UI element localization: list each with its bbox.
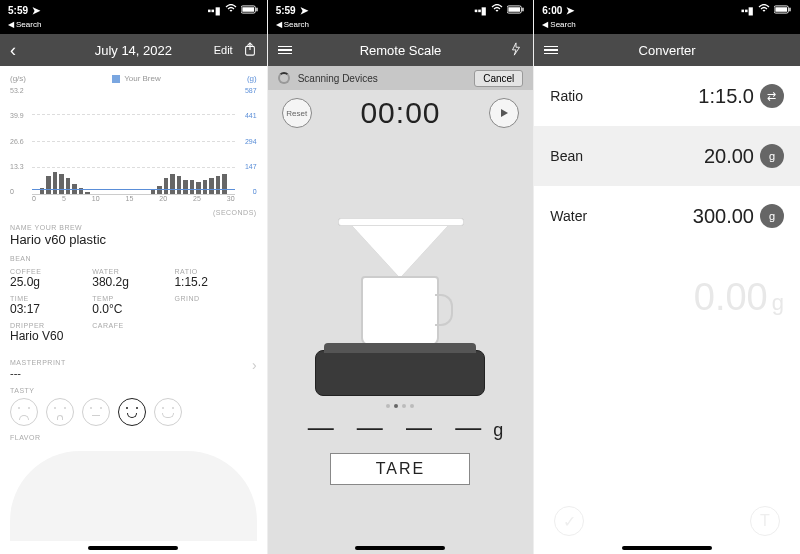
scanning-label: Scanning Devices	[298, 73, 378, 84]
chevron-right-icon: ›	[252, 357, 257, 373]
scanning-bar: Scanning Devices Cancel	[268, 66, 534, 90]
share-icon[interactable]	[243, 42, 257, 59]
time-value: 03:17	[10, 302, 92, 316]
edit-button[interactable]: Edit	[214, 44, 233, 56]
coffee-value: 25.0g	[10, 275, 92, 289]
status-back-search[interactable]: ◀Search	[534, 20, 800, 34]
statusbar: 6:00➤ ▪▪▮	[534, 0, 800, 20]
svg-rect-8	[775, 7, 787, 12]
scale-connect-icon[interactable]	[509, 42, 523, 59]
ratio-row[interactable]: Ratio 1:15.0⇄	[534, 66, 800, 126]
status-time: 5:59	[8, 5, 28, 16]
screen-remote-scale: 5:59➤ ▪▪▮ ◀Search Remote Scale Scanning …	[267, 0, 534, 554]
bar	[151, 190, 156, 194]
tasty-rating	[10, 398, 257, 426]
legend-label: Your Brew	[124, 74, 161, 83]
location-icon: ➤	[566, 5, 574, 16]
flavor-label: FLAVOR	[10, 434, 257, 441]
bar	[177, 176, 182, 194]
dripper-graphic	[345, 218, 455, 278]
face-3[interactable]	[82, 398, 110, 426]
back-button[interactable]: ‹	[10, 40, 16, 61]
cumulative-line	[32, 189, 235, 191]
bar	[222, 174, 227, 194]
bar	[66, 178, 71, 194]
bar	[59, 174, 64, 194]
bean-label: BEAN	[10, 255, 257, 262]
location-icon: ➤	[300, 5, 308, 16]
navbar: ‹ July 14, 2022 Edit	[0, 34, 267, 66]
status-icons: ▪▪▮	[474, 4, 525, 16]
bar	[164, 178, 169, 194]
play-button[interactable]	[489, 98, 519, 128]
navbar: Converter	[534, 34, 800, 66]
water-value: 380.2g	[92, 275, 174, 289]
timer-display: 00:00	[360, 96, 440, 130]
svg-rect-1	[242, 7, 254, 12]
nav-title: Remote Scale	[318, 43, 484, 58]
cup-graphic	[361, 276, 439, 346]
menu-button[interactable]	[278, 46, 292, 55]
bar	[216, 176, 221, 194]
status-time: 5:59	[276, 5, 296, 16]
bar	[190, 180, 195, 194]
home-indicator[interactable]	[622, 546, 712, 550]
water-row[interactable]: Water 300.00g	[534, 186, 800, 246]
status-back-search[interactable]: ◀Search	[0, 20, 267, 34]
screen-converter: 6:00➤ ▪▪▮ ◀Search Converter Ratio 1:15.0…	[533, 0, 800, 554]
temp-value: 0.0°C	[92, 302, 174, 316]
signal-icon: ▪▪▮	[474, 5, 487, 16]
bar	[46, 176, 51, 194]
masterprint-row[interactable]: MASTERPRINT --- ›	[10, 351, 257, 379]
xaxis-label: (seconds)	[10, 209, 257, 216]
status-icons: ▪▪▮	[741, 4, 792, 16]
bar	[203, 180, 208, 194]
statusbar: 5:59➤ ▪▪▮	[0, 0, 267, 20]
nav-title: Converter	[584, 43, 750, 58]
navbar: Remote Scale	[268, 34, 534, 66]
water-unit[interactable]: g	[760, 204, 784, 228]
scale-illustration	[268, 136, 534, 396]
flavor-chart-placeholder	[10, 451, 257, 541]
menu-button[interactable]	[544, 46, 558, 55]
swap-icon[interactable]: ⇄	[760, 84, 784, 108]
brew-name[interactable]: Hario v60 plastic	[10, 232, 257, 247]
confirm-button[interactable]: ✓	[554, 506, 584, 536]
spinner-icon	[278, 72, 290, 84]
result-display: 0.00g	[534, 246, 800, 319]
dripper-value: Hario V60	[10, 329, 92, 343]
bar	[183, 180, 188, 194]
bean-value: 20.00	[704, 145, 754, 168]
nav-title: July 14, 2022	[50, 43, 217, 58]
weight-display: — — — —g	[268, 408, 534, 443]
ratio-value: 1:15.0	[698, 85, 754, 108]
reset-button[interactable]: Reset	[282, 98, 312, 128]
location-icon: ➤	[32, 5, 40, 16]
face-2[interactable]	[46, 398, 74, 426]
screen-brew-detail: 5:59➤ ▪▪▮ ◀Search ‹ July 14, 2022 Edit (…	[0, 0, 267, 554]
status-time: 6:00	[542, 5, 562, 16]
tare-shortcut-button[interactable]: T	[750, 506, 780, 536]
face-5[interactable]	[154, 398, 182, 426]
svg-rect-9	[789, 7, 790, 11]
face-4[interactable]	[118, 398, 146, 426]
home-indicator[interactable]	[355, 546, 445, 550]
scale-graphic	[315, 350, 485, 396]
legend-swatch	[112, 75, 120, 83]
bean-unit[interactable]: g	[760, 144, 784, 168]
brew-chart: 53.2 39.9 26.6 13.3 0 587 441 294 147 0	[10, 87, 257, 207]
bean-row[interactable]: Bean 20.00g	[534, 126, 800, 186]
svg-rect-5	[509, 7, 521, 12]
battery-icon	[774, 5, 792, 16]
bar	[170, 174, 175, 194]
tare-button[interactable]: TARE	[330, 453, 470, 485]
svg-rect-6	[523, 7, 524, 11]
home-indicator[interactable]	[88, 546, 178, 550]
water-value-conv: 300.00	[693, 205, 754, 228]
wifi-icon	[225, 4, 237, 16]
svg-rect-2	[256, 7, 257, 11]
cancel-button[interactable]: Cancel	[474, 70, 523, 87]
status-back-search[interactable]: ◀Search	[268, 20, 534, 34]
face-1[interactable]	[10, 398, 38, 426]
battery-icon	[241, 5, 259, 16]
